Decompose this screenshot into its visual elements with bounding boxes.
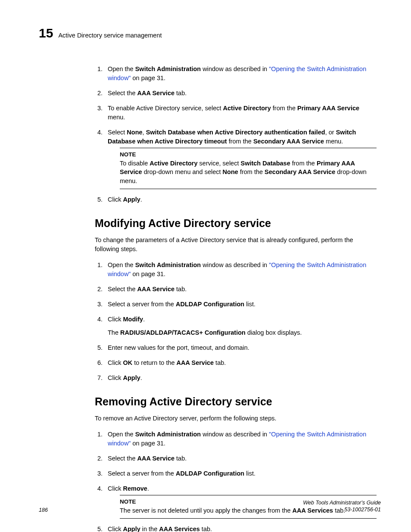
- step: Open the Switch Administration window as…: [104, 65, 377, 83]
- step: Select a server from the ADLDAP Configur…: [104, 300, 377, 309]
- page-number: 186: [39, 507, 48, 513]
- heading-removing: Removing Active Directory service: [95, 395, 377, 408]
- note-box: NOTE To disable Active Directory service…: [120, 148, 377, 189]
- doc-number: 53-1002756-01: [303, 506, 381, 513]
- intro-text: To remove an Active Directory server, pe…: [95, 414, 377, 423]
- step: Open the Switch Administration window as…: [104, 430, 377, 448]
- chapter-number: 15: [39, 26, 53, 40]
- guide-title: Web Tools Administrator's Guide: [303, 499, 381, 506]
- step: Click Apply.: [104, 373, 377, 383]
- step: Enter new values for the port, timeout, …: [104, 343, 377, 352]
- content: Open the Switch Administration window as…: [95, 65, 377, 532]
- steps-enable: Open the Switch Administration window as…: [95, 65, 377, 204]
- step: Click OK to return to the AAA Service ta…: [104, 358, 377, 367]
- steps-modify: Open the Switch Administration window as…: [95, 261, 377, 383]
- step: Click Modify. The RADIUS/ADLDAP/TACACS+ …: [104, 315, 377, 337]
- footer-right: Web Tools Administrator's Guide 53-10027…: [303, 499, 381, 513]
- page-header: 15 Active Directory service management: [39, 26, 381, 40]
- step: Click Apply in the AAA Services tab. A c…: [104, 525, 377, 532]
- page: 15 Active Directory service management O…: [0, 0, 411, 532]
- step: Select the AAA Service tab.: [104, 89, 377, 98]
- heading-modifying: Modifying Active Directory service: [95, 217, 377, 230]
- substep: The RADIUS/ADLDAP/TACACS+ Configuration …: [108, 328, 377, 337]
- step: Select a server from the ADLDAP Configur…: [104, 469, 377, 478]
- note-label: NOTE: [120, 151, 377, 159]
- header-title: Active Directory service management: [58, 32, 162, 39]
- page-footer: 186 Web Tools Administrator's Guide 53-1…: [39, 499, 381, 513]
- step: Select the AAA Service tab.: [104, 285, 377, 294]
- step: Select the AAA Service tab.: [104, 454, 377, 463]
- step: Click Apply.: [104, 195, 377, 204]
- step: Open the Switch Administration window as…: [104, 261, 377, 279]
- steps-remove: Open the Switch Administration window as…: [95, 430, 377, 532]
- intro-text: To change the parameters of a Active Dir…: [95, 236, 377, 254]
- step: To enable Active Directory service, sele…: [104, 104, 377, 122]
- step: Select None, Switch Database when Active…: [104, 128, 377, 189]
